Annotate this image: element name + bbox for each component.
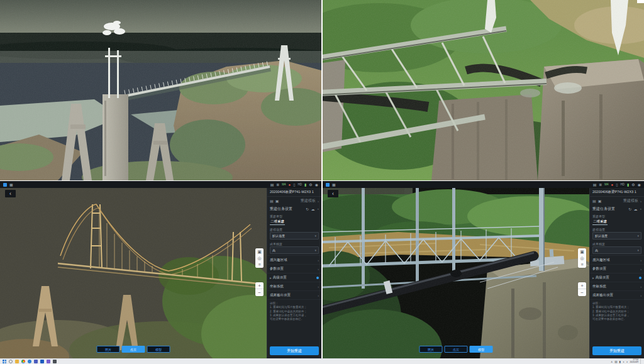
note-line: 可在设置中修改保存路径。 <box>592 317 641 321</box>
zoom-in-button[interactable]: + <box>255 282 264 289</box>
rtk-status-icon: M4 <box>282 183 286 187</box>
tray-expand-icon[interactable]: ∧ <box>611 360 613 363</box>
scene-select-value: 默认场景 <box>272 234 285 238</box>
output-settings-link[interactable]: 成果输出设置 › <box>267 290 321 299</box>
settings-gear-icon[interactable]: ⚙ <box>309 183 312 187</box>
record-icon[interactable]: ● <box>611 183 614 187</box>
expand-caret-icon: ▸ <box>592 276 594 280</box>
tab-2d-reconstruction[interactable]: 二维重建 <box>270 219 285 225</box>
coordinate-system-link[interactable]: 坐标系统 › <box>267 282 321 290</box>
advanced-settings-toggle[interactable]: ▸ 高级设置 <box>590 273 644 282</box>
back-button[interactable]: ‹ <box>328 190 338 197</box>
cloud-icon[interactable]: ☁ <box>311 207 314 211</box>
parameters-link[interactable]: 参数设置 › <box>267 264 321 273</box>
battery-tray-icon[interactable]: ▮ <box>619 360 620 363</box>
orbit-view-icon[interactable]: ◎ <box>580 256 584 260</box>
info-icon[interactable]: ◔ <box>316 207 319 211</box>
scene-select[interactable]: 默认场景 ▾ <box>592 232 641 240</box>
scene-label: 建模场景 <box>267 226 321 231</box>
mode-photo-button[interactable]: 照片 <box>419 346 443 353</box>
save-template-icon[interactable]: ▤ <box>270 199 274 203</box>
quadrant-top-left-bridge-overview <box>0 0 321 180</box>
advanced-settings-label: 高级设置 <box>273 275 287 280</box>
start-reconstruction-button[interactable]: 开始重建 <box>270 346 319 355</box>
orbit-view-icon[interactable]: ◎ <box>257 256 261 260</box>
info-icon[interactable]: ◔ <box>639 207 641 211</box>
menu-grid-icon[interactable]: ▦ <box>332 183 336 187</box>
notes-block: 说明： 1. 重建时间与照片数量相关； 2. 重建过程中请勿关闭软件； 3. 成… <box>267 299 321 323</box>
template-label[interactable]: 重建模板 <box>623 198 638 204</box>
tab-2d-reconstruction[interactable]: 二维重建 <box>592 219 608 225</box>
record-icon[interactable]: ● <box>289 183 291 187</box>
photo-view-icon[interactable]: ▣ <box>580 250 584 254</box>
template-label[interactable]: 重建模板 <box>301 198 316 204</box>
advanced-settings-toggle[interactable]: ▸ 高级设置 <box>267 273 321 282</box>
chrome-icon[interactable] <box>21 360 25 363</box>
teams-icon[interactable] <box>34 360 38 363</box>
quadrant-bottom-left-pointcloud-app: ▦ ▤ ≣ M4 ● ▯ HD ▮ ⚙ ◉ ‹ <box>0 181 321 358</box>
network-icon[interactable]: ◖ <box>623 360 625 363</box>
load-template-icon[interactable]: ▣ <box>275 199 279 203</box>
coordinate-system-link[interactable]: 坐标系统 › <box>590 282 644 290</box>
accuracy-label: 成果精度 <box>267 241 321 246</box>
app-logo-icon[interactable] <box>326 183 330 187</box>
back-button[interactable]: ‹ <box>5 190 16 197</box>
parameters-link[interactable]: 参数设置 › <box>590 264 644 273</box>
file-explorer-icon[interactable] <box>15 360 19 363</box>
refresh-icon[interactable]: ↻ <box>306 207 309 211</box>
battery-icon: ▮ <box>627 183 629 187</box>
mode-model-button[interactable]: 模型 <box>147 346 170 353</box>
roi-link[interactable]: 感兴趣区域 › <box>267 255 321 264</box>
edge-icon[interactable] <box>28 360 31 363</box>
output-settings-link[interactable]: 成果输出设置 › <box>590 290 644 299</box>
app-purple-icon[interactable] <box>47 360 50 363</box>
pointcloud-canvas[interactable] <box>0 188 267 358</box>
layers-icon[interactable]: ≡ <box>258 262 260 267</box>
clock-date: 2020/4/9 <box>630 361 638 363</box>
refresh-icon[interactable]: ↻ <box>628 207 631 211</box>
mode-photo-button[interactable]: 照片 <box>97 346 120 353</box>
start-button[interactable] <box>3 360 6 363</box>
map-mode-icon[interactable]: ▤ <box>270 183 274 187</box>
volume-icon[interactable]: ◗ <box>626 360 628 363</box>
chevron-right-icon: › <box>318 267 319 271</box>
search-icon[interactable] <box>9 360 13 363</box>
pier-canvas[interactable] <box>323 188 589 358</box>
chevron-right-icon: › <box>640 294 641 297</box>
mode-model-button[interactable]: 模型 <box>470 346 493 353</box>
accuracy-select[interactable]: 高 ▾ <box>592 246 641 254</box>
menu-grid-icon[interactable]: ▦ <box>9 183 13 187</box>
user-profile-icon[interactable]: ◉ <box>638 183 641 187</box>
zoom-out-button[interactable]: − <box>255 289 264 296</box>
load-template-icon[interactable]: ▣ <box>598 199 602 203</box>
map-mode-icon[interactable]: ▤ <box>593 183 597 187</box>
cloud-icon[interactable]: ☁ <box>633 207 637 211</box>
word-icon[interactable] <box>40 360 44 363</box>
chevron-right-icon: › <box>640 267 641 271</box>
mode-pointcloud-button[interactable]: 点云 <box>445 346 468 353</box>
chevron-right-icon: › <box>318 285 319 289</box>
app-logo-icon[interactable] <box>3 183 7 187</box>
parameters-link-label: 参数设置 <box>270 267 284 271</box>
roi-link[interactable]: 感兴趣区域 › <box>590 255 644 264</box>
mode-pointcloud-button[interactable]: 点云 <box>122 346 145 353</box>
app-dark-icon[interactable] <box>53 360 57 363</box>
pointcloud-viewport[interactable]: ▣ ◎ ≡ + − 照片 点云 模型 <box>0 188 267 358</box>
show-desktop-button[interactable] <box>640 359 642 364</box>
user-profile-icon[interactable]: ◉ <box>315 183 318 187</box>
battery-icon: ▮ <box>304 183 306 187</box>
project-title: 20200406桥梁P741-W2X3 1 <box>267 188 321 197</box>
type-label: 重建类型 <box>267 213 321 218</box>
system-clock[interactable]: 17:54 2020/4/9 <box>630 359 638 364</box>
zoom-in-button[interactable]: + <box>578 282 586 289</box>
layers-icon[interactable]: ≡ <box>580 262 583 267</box>
photo-view-icon[interactable]: ▣ <box>257 250 262 254</box>
onedrive-icon[interactable]: ▤ <box>614 360 617 363</box>
pier-viewport[interactable]: ▣ ◎ ≡ + − 照片 点云 模型 <box>323 188 589 358</box>
zoom-out-button[interactable]: − <box>578 289 586 296</box>
scene-select[interactable]: 默认场景 ▾ <box>270 232 319 240</box>
start-reconstruction-button[interactable]: 开始重建 <box>592 346 641 355</box>
accuracy-select[interactable]: 高 ▾ <box>270 246 319 254</box>
save-template-icon[interactable]: ▤ <box>592 199 596 203</box>
settings-gear-icon[interactable]: ⚙ <box>631 183 635 187</box>
